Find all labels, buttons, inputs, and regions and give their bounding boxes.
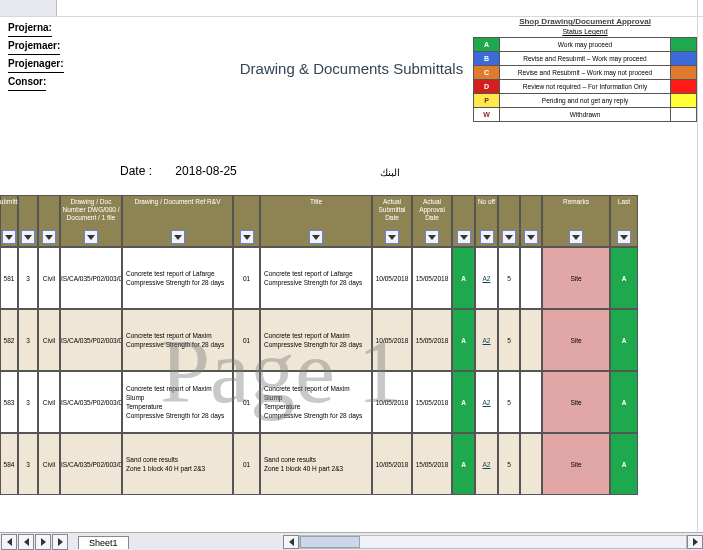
filter-button[interactable] <box>2 230 16 244</box>
scroll-thumb[interactable] <box>300 536 360 548</box>
cell[interactable]: Site <box>542 433 610 495</box>
cell[interactable]: A <box>452 433 475 495</box>
cell[interactable]: 583 <box>0 371 18 433</box>
filter-button[interactable] <box>84 230 98 244</box>
cell[interactable]: 10/05/2018 <box>372 433 412 495</box>
cell[interactable]: A2 <box>475 309 498 371</box>
sheet-nav-next-button[interactable] <box>35 534 51 550</box>
cell[interactable]: A <box>610 309 638 371</box>
filter-button[interactable] <box>385 230 399 244</box>
scroll-right-button[interactable] <box>687 535 703 549</box>
legend-swatch <box>671 52 697 66</box>
filter-button[interactable] <box>524 230 538 244</box>
filter-button[interactable] <box>171 230 185 244</box>
cell[interactable]: DIS/CA/035/P02/003/01 <box>60 247 122 309</box>
cell[interactable]: Site <box>542 309 610 371</box>
cell[interactable]: Civil <box>38 433 60 495</box>
cell[interactable]: A <box>610 247 638 309</box>
table-header: SubmittalDrawing / Doc Number DWG/000 / … <box>0 195 703 247</box>
cell[interactable]: 15/05/2018 <box>412 371 452 433</box>
legend-swatch <box>671 94 697 108</box>
cell[interactable]: 5 <box>498 309 520 371</box>
legend-title: Shop Drawing/Document Approval <box>473 17 697 26</box>
cell[interactable]: 5 <box>498 371 520 433</box>
cell[interactable]: Concrete test report of LafargeCompressi… <box>260 247 372 309</box>
cell[interactable]: A2 <box>475 247 498 309</box>
cell[interactable]: A2 <box>475 371 498 433</box>
cell[interactable]: 01 <box>233 371 260 433</box>
cell[interactable]: 3 <box>18 309 38 371</box>
cell[interactable]: 01 <box>233 247 260 309</box>
cell[interactable]: Concrete test report of MaximCompressive… <box>260 309 372 371</box>
horizontal-scrollbar[interactable] <box>283 532 703 550</box>
header-label: Actual Approval Date <box>414 198 450 222</box>
filter-button[interactable] <box>569 230 583 244</box>
cell[interactable]: 584 <box>0 433 18 495</box>
cell[interactable]: Concrete test report of MaximCompressive… <box>122 309 233 371</box>
sheet-nav-first-button[interactable] <box>1 534 17 550</box>
cell[interactable]: Civil <box>38 371 60 433</box>
filter-button[interactable] <box>425 230 439 244</box>
cell[interactable]: DIS/CA/035/P02/003/03 <box>60 371 122 433</box>
cell[interactable]: A <box>610 433 638 495</box>
pane-corner <box>0 0 57 17</box>
filter-button[interactable] <box>42 230 56 244</box>
filter-button[interactable] <box>502 230 516 244</box>
filter-button[interactable] <box>457 230 471 244</box>
cell[interactable]: Concrete test report of LafargeCompressi… <box>122 247 233 309</box>
legend-code: A <box>474 38 500 52</box>
header-label: Drawing / Document Ref R&V <box>135 198 221 206</box>
cell[interactable]: 15/05/2018 <box>412 247 452 309</box>
cell[interactable]: A <box>452 309 475 371</box>
filter-button[interactable] <box>309 230 323 244</box>
cell[interactable]: Concrete test report of MaximSlumpTemper… <box>122 371 233 433</box>
cell[interactable]: Site <box>542 371 610 433</box>
cell[interactable]: A <box>452 247 475 309</box>
cell[interactable]: 581 <box>0 247 18 309</box>
cell[interactable]: 01 <box>233 309 260 371</box>
cell[interactable] <box>520 309 542 371</box>
cell[interactable]: 15/05/2018 <box>412 309 452 371</box>
filter-button[interactable] <box>21 230 35 244</box>
scroll-left-button[interactable] <box>283 535 299 549</box>
cell[interactable]: 5 <box>498 433 520 495</box>
legend-code: P <box>474 94 500 108</box>
sheet-tab[interactable]: Sheet1 <box>78 536 129 549</box>
cell[interactable]: A2 <box>475 433 498 495</box>
filter-button[interactable] <box>617 230 631 244</box>
cell[interactable]: Civil <box>38 309 60 371</box>
cell[interactable]: 01 <box>233 433 260 495</box>
cell[interactable]: 3 <box>18 433 38 495</box>
cell[interactable]: 3 <box>18 371 38 433</box>
cell[interactable]: Sand cone resultsZone 1 block 40 H part … <box>260 433 372 495</box>
scroll-track[interactable] <box>299 535 687 549</box>
column-header: Actual Submittal Date <box>372 195 412 247</box>
filter-button[interactable] <box>480 230 494 244</box>
cell[interactable]: Civil <box>38 247 60 309</box>
legend-row: DReview not required – For Information O… <box>474 80 697 94</box>
filter-button[interactable] <box>240 230 254 244</box>
cell[interactable]: 15/05/2018 <box>412 433 452 495</box>
column-header <box>520 195 542 247</box>
column-header: Title <box>260 195 372 247</box>
column-header <box>498 195 520 247</box>
cell[interactable]: A <box>610 371 638 433</box>
cell[interactable]: Site <box>542 247 610 309</box>
cell[interactable]: 10/05/2018 <box>372 309 412 371</box>
cell[interactable] <box>520 433 542 495</box>
sheet-nav-last-button[interactable] <box>52 534 68 550</box>
cell[interactable]: 5 <box>498 247 520 309</box>
column-header <box>452 195 475 247</box>
cell[interactable]: 582 <box>0 309 18 371</box>
cell[interactable]: Sand cone resultsZone 1 block 40 H part … <box>122 433 233 495</box>
cell[interactable] <box>520 371 542 433</box>
sheet-nav-prev-button[interactable] <box>18 534 34 550</box>
cell[interactable]: 10/05/2018 <box>372 371 412 433</box>
cell[interactable]: A <box>452 371 475 433</box>
cell[interactable] <box>520 247 542 309</box>
cell[interactable]: 3 <box>18 247 38 309</box>
cell[interactable]: DIS/CA/035/P02/003/02 <box>60 309 122 371</box>
cell[interactable]: 10/05/2018 <box>372 247 412 309</box>
cell[interactable]: Concrete test report of MaximSlumpTemper… <box>260 371 372 433</box>
cell[interactable]: DIS/CA/035/P02/003/04 <box>60 433 122 495</box>
